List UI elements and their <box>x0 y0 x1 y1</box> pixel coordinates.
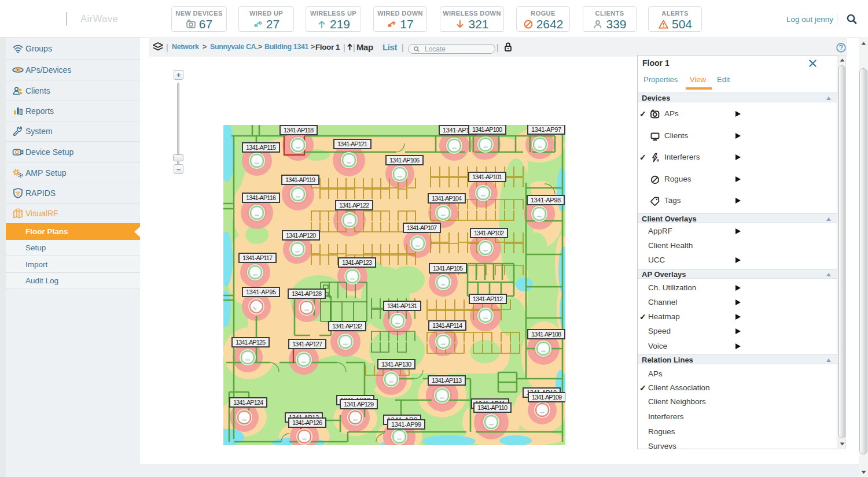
svg-text:1341-AP105: 1341-AP105 <box>433 265 463 272</box>
svg-text:1341-AP112: 1341-AP112 <box>473 295 503 302</box>
svg-text:1341-AP123: 1341-AP123 <box>342 259 372 266</box>
svg-text:1341-AP106: 1341-AP106 <box>389 157 420 164</box>
svg-text:1341-AP116: 1341-AP116 <box>246 194 276 201</box>
svg-text:1341-AP101: 1341-AP101 <box>472 173 502 180</box>
svg-text:1341-AP122: 1341-AP122 <box>339 202 369 209</box>
svg-text:1341-AP99: 1341-AP99 <box>391 421 421 428</box>
svg-text:1341-AP102: 1341-AP102 <box>474 230 504 236</box>
svg-text:1341-AP95: 1341-AP95 <box>246 289 276 295</box>
svg-text:1341-AP120: 1341-AP120 <box>286 232 316 239</box>
svg-text:1341-AP108: 1341-AP108 <box>531 331 561 338</box>
svg-text:1341-AP118: 1341-AP118 <box>284 127 314 134</box>
svg-text:1341-AP128: 1341-AP128 <box>292 290 322 297</box>
svg-text:1341-AP130: 1341-AP130 <box>381 361 411 368</box>
svg-text:1341-AP113: 1341-AP113 <box>432 377 462 384</box>
svg-text:1341-AP125: 1341-AP125 <box>236 339 266 346</box>
svg-text:1341-AP117: 1341-AP117 <box>242 254 273 261</box>
svg-text:1341-AP121: 1341-AP121 <box>337 140 367 147</box>
svg-text:1341-AP107: 1341-AP107 <box>407 224 437 231</box>
svg-text:1341-AP114: 1341-AP114 <box>432 322 462 329</box>
svg-text:1341-AP115: 1341-AP115 <box>246 144 276 151</box>
svg-text:1341-AP98: 1341-AP98 <box>531 197 561 204</box>
svg-text:1341-AP132: 1341-AP132 <box>332 323 362 330</box>
svg-text:1341-AP97: 1341-AP97 <box>531 126 561 133</box>
svg-text:1341-AP104: 1341-AP104 <box>432 195 462 202</box>
svg-text:1341-AP119: 1341-AP119 <box>285 176 315 183</box>
svg-text:1341-AP100: 1341-AP100 <box>472 126 502 133</box>
svg-text:1341-AP110: 1341-AP110 <box>477 404 507 411</box>
svg-text:1341-AP129: 1341-AP129 <box>344 401 374 408</box>
svg-text:1341-AP126: 1341-AP126 <box>292 419 322 426</box>
svg-text:1341-AP131: 1341-AP131 <box>387 302 417 309</box>
svg-text:1341-AP127: 1341-AP127 <box>292 341 322 347</box>
svg-text:1341-AP124: 1341-AP124 <box>233 399 263 406</box>
svg-text:1341-AP109: 1341-AP109 <box>532 394 562 401</box>
